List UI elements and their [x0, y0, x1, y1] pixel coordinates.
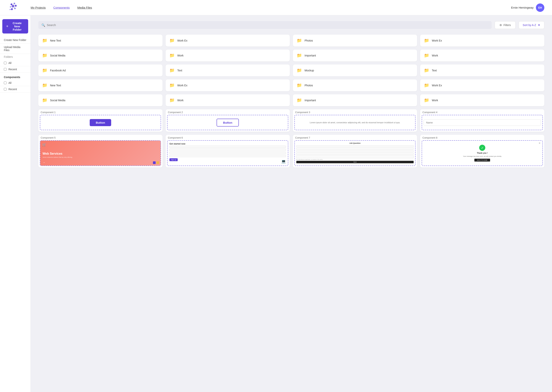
folder-icon: 📁: [169, 98, 174, 103]
component-1-label: Component 1: [38, 109, 163, 115]
folder-name: Social Media: [50, 99, 65, 102]
component-1-preview: Button: [40, 115, 161, 130]
ask-field-phone: [296, 153, 414, 155]
sidebar: + Create New Folder Create New Folder Up…: [0, 15, 31, 392]
sidebar-item-upload[interactable]: Upload Media Files: [0, 44, 30, 54]
ask-footer-text: By submitting an application you agree t…: [296, 159, 414, 160]
folders-recent-checkbox[interactable]: [4, 68, 7, 71]
folder-card[interactable]: 📁Work Ex: [166, 35, 290, 47]
folder-card[interactable]: 📁Work Ex: [420, 35, 544, 47]
nav-media-files[interactable]: Media Files: [77, 6, 92, 9]
folder-card[interactable]: 📁Facebook Ad: [38, 64, 163, 76]
get-started-field-name: [169, 146, 286, 148]
folder-card[interactable]: 📁Social Media: [38, 94, 163, 106]
component-7-preview: Ask Question By submitting an applicatio…: [294, 140, 415, 166]
folder-name: Important: [305, 54, 316, 57]
component-card-8[interactable]: Component 8 ✕ ✓ Thank you ! Your message…: [420, 135, 544, 168]
component-4-input[interactable]: [424, 119, 541, 126]
component-card-5[interactable]: Component 5 🛒 Web Services Some networks…: [38, 135, 163, 168]
component-card-6[interactable]: Component 6 Get started now Sign up 💻: [166, 135, 290, 168]
folder-card[interactable]: 📁New Text: [38, 79, 163, 91]
folders-all-label: All: [8, 62, 12, 64]
sidebar-components-recent[interactable]: Recent: [0, 86, 30, 92]
component-1-button[interactable]: Button: [90, 119, 111, 126]
components-all-checkbox[interactable]: [4, 82, 7, 84]
sidebar-folders-recent[interactable]: Recent: [0, 66, 30, 73]
folder-card[interactable]: 📁Photos: [293, 35, 417, 47]
components-recent-checkbox[interactable]: [4, 88, 7, 91]
folder-icon: 📁: [297, 68, 302, 73]
back-to-home-btn[interactable]: BACK TO HOME: [474, 159, 490, 161]
folder-card[interactable]: 📁Text: [166, 64, 290, 76]
component-3-preview: Lorem ipsum dolor sit amet, consectetur …: [294, 115, 415, 130]
get-started-field-email: [169, 149, 286, 151]
folder-card[interactable]: 📁Photos: [293, 79, 417, 91]
success-checkmark-icon: ✓: [479, 145, 485, 151]
folder-card[interactable]: 📁Text: [420, 64, 544, 76]
component-card-1[interactable]: Component 1 Button: [38, 109, 163, 132]
nav: My Projects Components Media Files: [31, 6, 511, 9]
sidebar-components-all[interactable]: All: [0, 80, 30, 86]
folder-icon: 📁: [424, 38, 429, 43]
filters-button[interactable]: ⚙ Filters: [495, 21, 516, 29]
folder-icon: 📁: [297, 98, 302, 103]
comp5-dot-orange: [156, 161, 159, 164]
folder-name: Work Ex: [432, 84, 442, 87]
component-card-7[interactable]: Component 7 Ask Question By submitting a…: [293, 135, 417, 168]
folder-card[interactable]: 📁Work Ex: [420, 79, 544, 91]
folder-icon: 📁: [42, 38, 47, 43]
component-card-3[interactable]: Component 3 Lorem ipsum dolor sit amet, …: [293, 109, 417, 132]
folder-card[interactable]: 📁Work: [420, 49, 544, 62]
filter-icon: ⚙: [500, 24, 502, 27]
components-grid-1: Component 1 Button Component 2 Button Co…: [38, 109, 544, 132]
search-input[interactable]: [38, 21, 492, 29]
component-2-button[interactable]: Button: [217, 119, 239, 126]
folder-card[interactable]: 📁Social Media: [38, 49, 163, 62]
folders-row-3: 📁Facebook Ad 📁Text 📁Mockup 📁Text: [38, 64, 544, 76]
filters-label: Filters: [503, 24, 511, 27]
folder-name: Text: [177, 69, 182, 72]
folder-card[interactable]: 📁Important: [293, 94, 417, 106]
search-icon: 🔍: [41, 23, 45, 27]
folder-name: Photos: [305, 84, 313, 87]
get-started-signup-btn[interactable]: Sign up: [169, 158, 178, 161]
component-2-label: Component 2: [166, 109, 290, 115]
folder-card[interactable]: 📁Mockup: [293, 64, 417, 76]
nav-components[interactable]: Components: [53, 6, 70, 9]
folder-name: Work: [432, 54, 438, 57]
folder-card[interactable]: 📁Work Ex: [166, 79, 290, 91]
sidebar-folders-all[interactable]: All: [0, 60, 30, 66]
create-new-folder-button[interactable]: + Create New Folder: [2, 19, 28, 34]
sidebar-item-create-folder[interactable]: Create New Folder: [0, 36, 30, 44]
component-3-text: Lorem ipsum dolor sit amet, consectetur …: [307, 119, 402, 126]
ask-field-message: [296, 155, 414, 158]
user-area: Ernie Hemingway EH: [511, 3, 544, 12]
component-4-preview: [422, 115, 543, 130]
component-card-2[interactable]: Component 2 Button: [166, 109, 290, 132]
layout: + Create New Folder Create New Folder Up…: [0, 15, 552, 392]
folder-name: Mockup: [305, 69, 314, 72]
component-card-4[interactable]: Component 4: [420, 109, 544, 132]
component-6-label: Component 6: [166, 135, 290, 140]
folder-card[interactable]: 📁Important: [293, 49, 417, 62]
folder-card[interactable]: 📁Work: [166, 49, 290, 62]
sort-button[interactable]: Sort by A-Z ▼: [519, 21, 544, 29]
component-5-label: Component 5: [38, 135, 163, 140]
ask-field-subject: [296, 148, 414, 150]
web-services-subtitle: Some networks believe that by only offer…: [43, 156, 72, 158]
folders-all-checkbox[interactable]: [4, 62, 7, 64]
ask-field-name: [296, 145, 414, 147]
folder-card[interactable]: 📁Work: [420, 94, 544, 106]
components-all-label: All: [8, 81, 12, 84]
get-started-field-phone: [169, 152, 286, 154]
folder-icon: 📁: [169, 38, 174, 43]
nav-my-projects[interactable]: My Projects: [31, 6, 46, 9]
header: My Projects Components Media Files Ernie…: [0, 0, 552, 15]
folder-card[interactable]: 📁Work: [166, 94, 290, 106]
folder-card[interactable]: 📁New Text: [38, 35, 163, 47]
ask-send-btn[interactable]: Send: [296, 161, 414, 163]
folder-name: Text: [432, 69, 437, 72]
user-avatar[interactable]: EH: [536, 3, 544, 12]
folder-name: Important: [305, 99, 316, 102]
folders-row-5: 📁Social Media 📁Work 📁Important 📁Work: [38, 94, 544, 106]
